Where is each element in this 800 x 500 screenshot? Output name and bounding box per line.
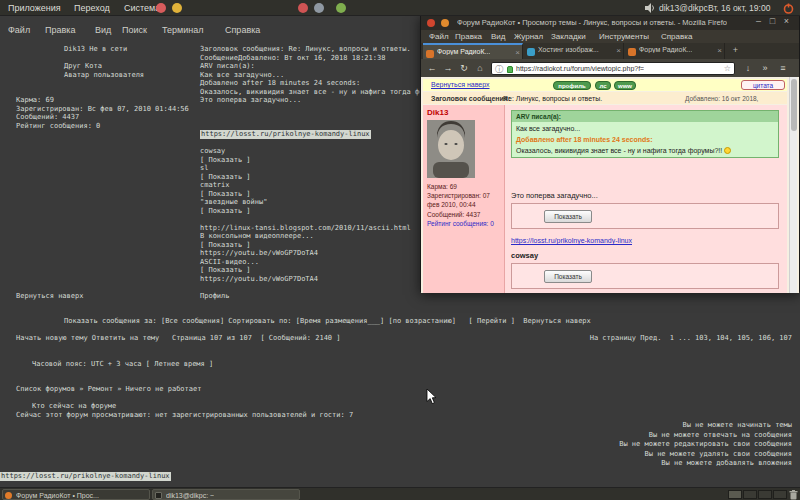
terminal-menu-help[interactable]: Справка	[225, 25, 260, 35]
post-header-strip: Заголовок сообщения: Re: Линукс, вопросы…	[423, 92, 787, 104]
launcher-icon-1[interactable]	[156, 3, 166, 13]
rating-line: Рейтинг сообщения: 0	[16, 122, 100, 131]
tab-image-hosting[interactable]: Хостинг изображ... ×	[524, 43, 624, 59]
taskbar: Форум РадиоКот • Прос... dik13@dikpc: ~	[0, 487, 800, 500]
scrollbar-thumb[interactable]	[791, 79, 797, 131]
pagination-line[interactable]: Начать новую тему Ответить на тему Стран…	[16, 334, 341, 343]
ff-menu-help[interactable]: Справка	[661, 32, 692, 41]
display-options-line[interactable]: Показать сообщения за: [Все сообщения] С…	[64, 317, 591, 326]
show-spoiler-button-2[interactable]: Показать	[544, 270, 592, 283]
menu-applications[interactable]: Приложения	[8, 3, 61, 13]
workspace-3[interactable]	[758, 490, 772, 499]
terminal-menu-edit[interactable]: Правка	[45, 25, 75, 35]
tab-label: Форум РадиоК...	[437, 48, 490, 55]
notification-icon-3[interactable]	[336, 3, 346, 13]
menu-places[interactable]: Переход	[74, 3, 110, 13]
page-back-to-top-link[interactable]: Вернуться наверх	[431, 81, 490, 88]
url-text[interactable]: https://radiokot.ru/forum/viewtopic.php?…	[516, 65, 644, 72]
firefox-menubar: Файл Правка Вид Журнал Закладки Инструме…	[421, 30, 799, 43]
ff-menu-file[interactable]: Файл	[429, 32, 449, 41]
bookmark-star-icon[interactable]: ☆	[724, 64, 731, 73]
perm-line-1: Вы не можете начинать темы	[682, 421, 792, 430]
quote-added-text: Добавлено after 18 minutes 24 seconds:	[516, 136, 774, 143]
quote-button[interactable]: цитата	[741, 80, 785, 90]
new-tab-button[interactable]: +	[729, 45, 742, 55]
user-messages: Сообщений: 4437	[427, 211, 502, 220]
tab-close-icon[interactable]: ×	[717, 46, 722, 55]
taskbar-window-firefox[interactable]: Форум РадиоКот • Прос...	[2, 489, 150, 500]
ff-menu-history[interactable]: Журнал	[514, 32, 543, 41]
notification-icon-1[interactable]	[298, 3, 308, 13]
perm-line-4: Вы не можете удалять свои сообщения	[644, 450, 792, 459]
show-spoiler-button-1[interactable]: Показать	[544, 210, 592, 223]
download-icon[interactable]: ↓	[741, 62, 755, 75]
taskbar-window-terminal[interactable]: dik13@dikpc: ~	[152, 489, 300, 500]
user-registered: Зарегистрирован: 07 фев 2010, 00:44	[427, 192, 502, 209]
losst-link-selected[interactable]: https://losst.ru/prikolnye-komandy-linux	[200, 130, 371, 139]
post-added-time: Добавлено: 16 окт 2018,	[685, 95, 758, 102]
ff-menu-bookmarks[interactable]: Закладки	[551, 32, 586, 41]
maximize-button[interactable]: □	[766, 16, 779, 26]
terminal-menu-view[interactable]: Вид	[95, 25, 111, 35]
ff-menu-view[interactable]: Вид	[491, 32, 505, 41]
ff-menu-tools[interactable]: Инструменты	[599, 32, 649, 41]
terminal-menu-search[interactable]: Поиск	[122, 25, 147, 35]
minimize-button[interactable]: –	[752, 16, 765, 26]
reply-text-line: Это поперва загадучно...	[200, 96, 301, 105]
profile-button[interactable]: профиль	[553, 81, 591, 90]
workspace-4[interactable]	[773, 490, 787, 499]
www-button[interactable]: www	[614, 81, 636, 90]
task-label: dik13@dikpc: ~	[166, 492, 214, 499]
quote-text-2: Оказалось, викивидия знает все - ну и на…	[516, 147, 774, 154]
hamburger-menu-icon[interactable]: ≡	[776, 62, 790, 75]
reply-text: Это поперва загадучно...	[511, 191, 598, 200]
youtube-link-2[interactable]: https://youtu.be/vWoGP7DoTA4	[200, 275, 318, 284]
quote-text-1: Как все загадучно...	[516, 125, 774, 132]
terminal-menu-file[interactable]: Файл	[8, 25, 30, 35]
overflow-menu-icon[interactable]: »	[758, 62, 772, 75]
menu-system[interactable]: Система	[124, 3, 160, 13]
close-button[interactable]: ×	[780, 16, 793, 26]
firefox-titlebar[interactable]: Форум РадиоКот • Просмотр темы - Линукс,…	[421, 15, 799, 30]
address-bar[interactable]: ⓘ https://radiokot.ru/forum/viewtopic.ph…	[491, 62, 735, 75]
shutdown-icon[interactable]	[783, 3, 794, 14]
post-message-cell: ARV писал(а): Как все загадучно... Добав…	[505, 105, 787, 293]
breadcrumb-line[interactable]: Список форумов » Ремонт » Ничего не рабо…	[16, 385, 201, 394]
volume-icon[interactable]	[645, 3, 656, 13]
spoiler-box-2: Показать	[511, 263, 779, 289]
forward-button[interactable]: →	[441, 62, 455, 75]
perm-line-3: Вы не можете редактировать свои сообщени…	[619, 440, 792, 449]
spoiler-link-4[interactable]: [ Показать ]	[200, 207, 251, 216]
home-button[interactable]: ⌂	[473, 62, 487, 75]
launcher-icon-2[interactable]	[172, 3, 182, 13]
tab-close-icon[interactable]: ×	[515, 48, 520, 57]
tab-favicon	[527, 48, 535, 56]
tab-close-icon[interactable]: ×	[616, 46, 621, 55]
reload-button[interactable]: ↻	[457, 62, 471, 75]
notification-icon-2[interactable]	[314, 3, 324, 13]
workspace-1[interactable]	[728, 490, 742, 499]
site-info-icon[interactable]: ⓘ	[495, 64, 503, 75]
clock-applet[interactable]: Вт, 16 окт, 19:00	[708, 3, 770, 13]
page-scrollbar[interactable]	[789, 77, 797, 293]
avatar-label-line[interactable]: Аватар пользователя	[64, 71, 144, 80]
trash-icon[interactable]	[789, 490, 798, 500]
back-to-top-link[interactable]: Вернуться наверх	[16, 292, 83, 301]
user-menu[interactable]: dik13@dikpc	[659, 3, 708, 13]
https-lock-icon	[507, 66, 513, 73]
terminal-menu-terminal[interactable]: Терминал	[162, 25, 203, 35]
private-message-button[interactable]: лс	[595, 81, 611, 90]
ff-menu-edit[interactable]: Правка	[455, 32, 482, 41]
user-rating[interactable]: Рейтинг сообщения: 0	[427, 220, 502, 229]
profile-link[interactable]: Профиль	[200, 292, 230, 301]
tab-radiokot-topic[interactable]: Форум РадиоК... ×	[423, 43, 523, 59]
timezone-line: Часовой пояс: UTC + 3 часа [ Летнее врем…	[32, 360, 213, 369]
post-author-status-line[interactable]: Dik13 Не в сети	[64, 45, 127, 54]
username-link[interactable]: Dik13	[427, 108, 448, 117]
task-label: Форум РадиоКот • Прос...	[16, 492, 99, 499]
pagination-pages[interactable]: На страницу Пред. 1 ... 103, 104, 105, 1…	[590, 334, 792, 343]
back-button[interactable]: ←	[425, 62, 439, 75]
tab-radiokot-2[interactable]: Форум РадиоК... ×	[625, 43, 725, 59]
losst-link[interactable]: https://losst.ru/prikolnye-komandy-linux	[511, 237, 632, 244]
workspace-2[interactable]	[743, 490, 757, 499]
